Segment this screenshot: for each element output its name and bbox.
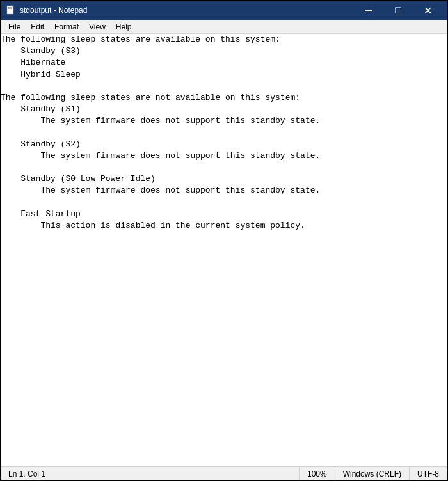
svg-rect-1 <box>8 7 12 8</box>
minimize-button[interactable]: ─ <box>354 1 383 20</box>
title-bar: stdoutput - Notepad ─ □ ✕ <box>1 1 447 20</box>
svg-rect-3 <box>8 10 11 10</box>
editor-content[interactable]: The following sleep states are available… <box>1 34 447 232</box>
menu-format[interactable]: Format <box>49 21 84 33</box>
menu-view[interactable]: View <box>84 21 111 33</box>
encoding: UTF-8 <box>410 467 447 480</box>
menu-help[interactable]: Help <box>111 21 137 33</box>
editor-area: The following sleep states are available… <box>1 34 447 466</box>
app-icon <box>6 5 16 15</box>
window-title: stdoutput - Notepad <box>20 6 354 15</box>
editor-wrapper[interactable]: The following sleep states are available… <box>1 34 447 466</box>
cursor-position: Ln 1, Col 1 <box>1 467 300 480</box>
line-ending: Windows (CRLF) <box>335 467 410 480</box>
window-controls: ─ □ ✕ <box>354 1 442 20</box>
menu-bar: File Edit Format View Help <box>1 20 447 34</box>
svg-rect-2 <box>8 8 12 9</box>
zoom-level: 100% <box>300 467 335 480</box>
close-button[interactable]: ✕ <box>413 1 442 20</box>
notepad-window: stdoutput - Notepad ─ □ ✕ File Edit Form… <box>0 0 448 481</box>
menu-file[interactable]: File <box>3 21 26 33</box>
menu-edit[interactable]: Edit <box>26 21 49 33</box>
status-bar: Ln 1, Col 1 100% Windows (CRLF) UTF-8 <box>1 466 447 480</box>
maximize-button[interactable]: □ <box>383 1 413 20</box>
